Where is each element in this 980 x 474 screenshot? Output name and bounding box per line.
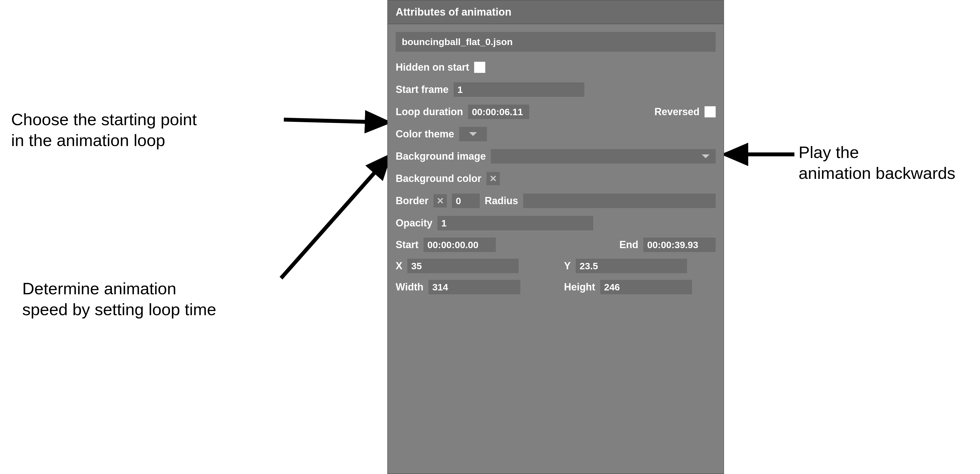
opacity-label: Opacity <box>396 217 433 229</box>
width-input[interactable]: 314 <box>428 280 520 294</box>
row-loop-duration: Loop duration 00:00:06.11 Reversed <box>396 104 716 119</box>
background-color-label: Background color <box>396 173 481 185</box>
background-color-clear-button[interactable]: ✕ <box>486 172 500 185</box>
panel-body: bouncingball_flat_0.json Hidden on start… <box>388 24 724 294</box>
color-theme-label: Color theme <box>396 128 454 140</box>
y-label: Y <box>564 260 571 272</box>
end-input[interactable]: 00:00:39.93 <box>643 237 716 252</box>
panel-title: Attributes of animation <box>388 0 724 24</box>
reversed-label: Reversed <box>654 106 700 118</box>
row-start-frame: Start frame 1 <box>396 82 716 97</box>
start-frame-input[interactable]: 1 <box>453 82 584 97</box>
start-frame-label: Start frame <box>396 84 449 95</box>
color-theme-dropdown[interactable] <box>459 127 487 141</box>
svg-line-1 <box>281 156 390 278</box>
row-opacity: Opacity 1 <box>396 215 716 231</box>
x-input[interactable]: 35 <box>407 259 519 273</box>
row-start-end: Start 00:00:00.00 End 00:00:39.93 <box>396 237 716 252</box>
row-background-image: Background image <box>396 148 716 164</box>
annotation-reversed-text: Play theanimation backwards <box>799 143 956 183</box>
end-label: End <box>619 239 638 251</box>
chevron-down-icon <box>469 132 477 136</box>
border-label: Border <box>396 195 428 207</box>
background-image-dropdown[interactable] <box>491 149 716 164</box>
width-label: Width <box>396 281 423 293</box>
row-background-color: Background color ✕ <box>396 171 716 186</box>
loop-duration-label: Loop duration <box>396 106 463 118</box>
border-clear-button[interactable]: ✕ <box>434 194 447 207</box>
chevron-down-icon <box>702 154 710 158</box>
reversed-checkbox[interactable] <box>705 106 716 118</box>
close-icon: ✕ <box>437 196 444 206</box>
annotation-loop-duration: Determine animationspeed by setting loop… <box>22 278 216 320</box>
x-label: X <box>396 260 402 272</box>
border-input[interactable]: 0 <box>452 194 480 208</box>
row-border-radius: Border ✕ 0 Radius <box>396 193 716 208</box>
annotation-reversed: Play theanimation backwards <box>799 142 956 184</box>
radius-label: Radius <box>485 195 518 207</box>
y-input[interactable]: 23.5 <box>576 259 687 273</box>
start-input[interactable]: 00:00:00.00 <box>423 237 496 252</box>
annotation-start-frame-text: Choose the starting pointin the animatio… <box>11 110 197 150</box>
loop-duration-input[interactable]: 00:00:06.11 <box>468 105 529 119</box>
filename-field[interactable]: bouncingball_flat_0.json <box>396 32 716 52</box>
hidden-on-start-checkbox[interactable] <box>474 62 485 73</box>
height-label: Height <box>564 281 595 293</box>
attributes-panel: Attributes of animation bouncingball_fla… <box>387 0 724 474</box>
radius-input[interactable] <box>523 194 716 208</box>
annotation-start-frame: Choose the starting pointin the animatio… <box>11 109 197 151</box>
svg-line-0 <box>284 119 388 122</box>
row-hidden-on-start: Hidden on start <box>396 59 716 75</box>
close-icon: ✕ <box>490 173 497 184</box>
start-label: Start <box>396 239 418 251</box>
annotation-loop-duration-text: Determine animationspeed by setting loop… <box>22 279 216 319</box>
hidden-on-start-label: Hidden on start <box>396 62 469 73</box>
row-width-height: Width 314 Height 246 <box>396 280 716 294</box>
opacity-input[interactable]: 1 <box>438 216 593 230</box>
background-image-label: Background image <box>396 151 486 162</box>
row-x-y: X 35 Y 23.5 <box>396 259 716 273</box>
height-input[interactable]: 246 <box>600 280 692 294</box>
row-color-theme: Color theme <box>396 126 716 142</box>
